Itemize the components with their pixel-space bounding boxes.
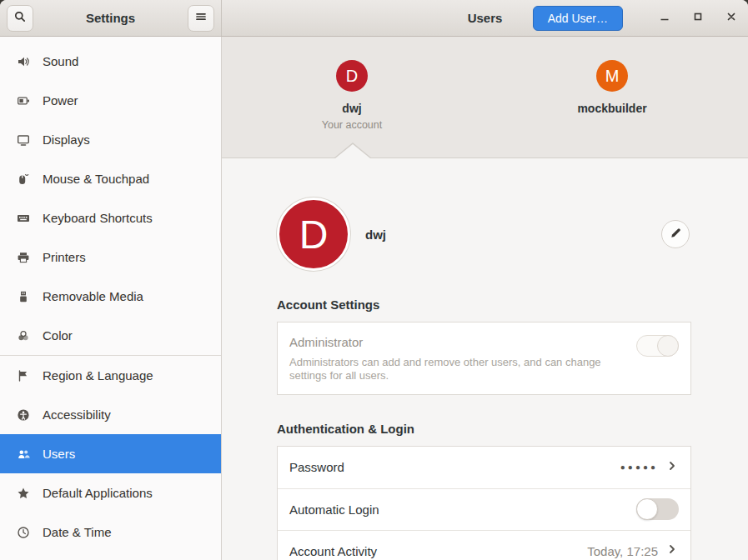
carousel-selection-pointer-fill: [335, 144, 370, 158]
sidebar-item-label: Power: [43, 93, 78, 108]
page-titlebar: Users Add User…: [222, 0, 748, 36]
automatic-login-row: Automatic Login: [278, 488, 690, 530]
sidebar-item-label: Sound: [43, 54, 78, 68]
flash-drive-icon: [17, 290, 30, 303]
avatar: M: [596, 60, 628, 92]
authentication-login-heading: Authentication & Login: [277, 422, 691, 436]
toggle-knob: [657, 335, 679, 357]
administrator-label: Administrator: [289, 335, 636, 349]
carousel-user-name: dwj: [285, 102, 419, 115]
sidebar-item-label: Keyboard Shortcuts: [43, 211, 153, 225]
pencil-icon: [670, 227, 682, 242]
sidebar: Sound Power Displays Mouse & Touchpad Ke…: [0, 37, 222, 560]
window-controls: [655, 8, 741, 28]
sidebar-item-users[interactable]: Users: [0, 434, 221, 473]
sidebar-item-region-language[interactable]: Region & Language: [0, 356, 221, 395]
search-button[interactable]: [7, 5, 33, 32]
add-user-button[interactable]: Add User…: [533, 6, 623, 31]
sidebar-item-default-applications[interactable]: Default Applications: [0, 473, 221, 512]
battery-icon: [17, 94, 30, 108]
password-row[interactable]: Password ●●●●●: [278, 447, 690, 488]
sidebar-item-displays[interactable]: Displays: [0, 120, 221, 159]
administrator-row: Administrator Administrators can add and…: [277, 322, 691, 395]
close-icon: [725, 10, 738, 27]
maximize-icon: [691, 10, 705, 27]
monitor-icon: [17, 133, 30, 147]
profile-name: dwj: [365, 228, 386, 242]
keyboard-icon: [17, 212, 30, 225]
account-activity-value: Today, 17:25: [587, 544, 658, 558]
accessibility-icon: [17, 408, 30, 422]
close-button[interactable]: [721, 8, 741, 28]
sidebar-item-label: Default Applications: [43, 486, 153, 500]
flag-icon: [17, 369, 30, 382]
mouse-icon: [17, 172, 30, 186]
maximize-button[interactable]: [688, 8, 708, 28]
carousel-user-dwj[interactable]: D dwj Your account: [285, 60, 419, 131]
password-label: Password: [289, 460, 344, 474]
avatar: D: [336, 60, 368, 92]
color-circles-icon: [17, 329, 30, 342]
administrator-toggle: [636, 335, 679, 357]
sidebar-item-color[interactable]: Color: [0, 316, 221, 355]
authentication-card: Password ●●●●● Automatic Login: [277, 446, 691, 560]
user-carousel: D dwj Your account M mockbuilder: [222, 37, 748, 158]
sidebar-item-label: Region & Language: [43, 368, 153, 382]
speaker-icon: [17, 55, 30, 68]
settings-window: Settings Users Add User…: [0, 0, 748, 560]
toggle-knob: [636, 498, 658, 520]
search-icon: [13, 10, 27, 27]
profile-row: D dwj: [277, 198, 691, 271]
account-settings-heading: Account Settings: [277, 298, 691, 312]
account-activity-row[interactable]: Account Activity Today, 17:25: [278, 530, 690, 560]
star-icon: [17, 487, 30, 500]
users-panel: D dwj Your account M mockbuilder D dwj: [222, 37, 748, 560]
sidebar-item-label: Printers: [43, 250, 86, 264]
account-activity-label: Account Activity: [289, 544, 377, 558]
user-details: D dwj Account Settings Administrator Adm…: [222, 158, 748, 560]
sidebar-item-label: Users: [43, 447, 75, 461]
sidebar-item-printers[interactable]: Printers: [0, 238, 221, 277]
sidebar-titlebar: Settings: [0, 0, 222, 36]
sidebar-item-power[interactable]: Power: [0, 81, 221, 120]
administrator-description: Administrators can add and remove other …: [289, 356, 602, 383]
printer-icon: [17, 251, 30, 264]
hamburger-icon: [194, 10, 208, 27]
minimize-button[interactable]: [655, 8, 675, 28]
rename-user-button[interactable]: [661, 220, 690, 248]
sidebar-item-sound[interactable]: Sound: [0, 42, 221, 81]
sidebar-item-label: Mouse & Touchpad: [43, 172, 149, 186]
sidebar-item-date-time[interactable]: Date & Time: [0, 512, 221, 552]
carousel-user-name: mockbuilder: [545, 102, 679, 115]
password-dots: ●●●●●: [620, 462, 658, 472]
automatic-login-label: Automatic Login: [289, 502, 379, 517]
sidebar-item-label: Date & Time: [43, 525, 112, 539]
sidebar-item-label: Accessibility: [43, 408, 111, 422]
minimize-icon: [658, 10, 671, 27]
automatic-login-toggle[interactable]: [636, 498, 679, 520]
menu-button[interactable]: [188, 5, 214, 32]
sidebar-item-label: Displays: [43, 132, 90, 147]
sidebar-item-mouse-touchpad[interactable]: Mouse & Touchpad: [0, 159, 221, 198]
sidebar-item-accessibility[interactable]: Accessibility: [0, 395, 221, 434]
sidebar-item-label: Removable Media: [43, 289, 143, 303]
sidebar-item-removable-media[interactable]: Removable Media: [0, 277, 221, 316]
carousel-user-subtitle: Your account: [285, 119, 419, 131]
carousel-user-mockbuilder[interactable]: M mockbuilder: [545, 60, 679, 115]
profile-avatar[interactable]: D: [277, 198, 350, 271]
titlebar: Settings Users Add User…: [0, 0, 748, 37]
sidebar-item-label: Color: [43, 328, 73, 342]
sidebar-item-keyboard-shortcuts[interactable]: Keyboard Shortcuts: [0, 198, 221, 238]
clock-icon: [17, 526, 30, 539]
users-icon: [17, 448, 30, 461]
chevron-right-icon: [665, 542, 679, 559]
chevron-right-icon: [665, 459, 679, 476]
